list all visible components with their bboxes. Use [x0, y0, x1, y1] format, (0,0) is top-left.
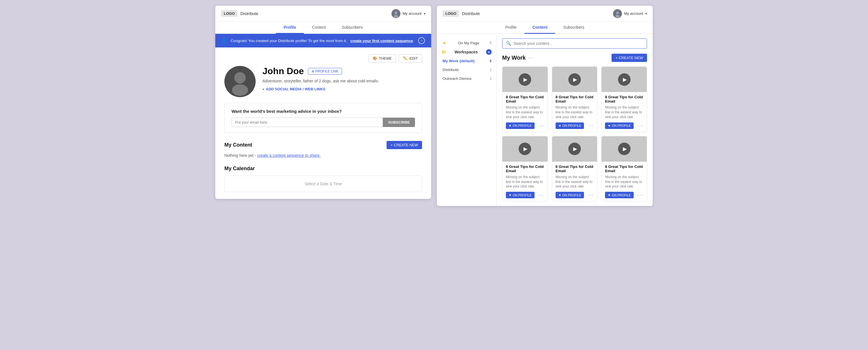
svg-point-1 — [395, 11, 397, 14]
on-profile-btn-6[interactable]: ★ ON PROFILE — [605, 192, 634, 198]
distribute-ws-count: 1 — [490, 68, 492, 72]
card-menu-btn-6[interactable]: ··· — [638, 192, 643, 198]
content-empty-text: Nothing here yet - create a content sequ… — [224, 153, 422, 158]
tab-subscribers-left[interactable]: Subscribers — [334, 22, 371, 34]
content-card-4: ▶ 8 Great Tips for Cold Email Missing on… — [502, 136, 548, 202]
profile-link-button[interactable]: ⊕ PROFILE LINK — [308, 68, 342, 75]
distribute-ws-label: Distribute — [442, 68, 459, 72]
workspaces-add-button[interactable]: + — [486, 49, 492, 55]
my-work-count: 6 — [490, 59, 492, 63]
card-thumbnail-2[interactable]: ▶ — [552, 67, 597, 92]
profile-header-row: John Doe ⊕ PROFILE LINK Adventurer, stor… — [224, 66, 422, 97]
subscribe-button[interactable]: SUBSCRIBE — [383, 118, 415, 127]
card-desc-4: Missing on the subject line is the easie… — [506, 175, 544, 189]
sidebar: ★ On My Page 6 📁 Workspaces + My Work (d… — [437, 34, 496, 206]
banner-link[interactable]: create your first content sequence — [350, 39, 413, 43]
play-button-4[interactable]: ▶ — [519, 143, 531, 155]
profile-actions: 🎨 THEME ✏️ EDIT — [224, 54, 422, 62]
my-work-label: My Work (default) — [442, 59, 475, 63]
star-icon-5: ★ — [558, 193, 561, 197]
card-desc-3: Missing on the subject line is the easie… — [605, 105, 643, 119]
account-menu-right[interactable]: My account — [613, 9, 647, 18]
create-new-content-button[interactable]: + CREATE NEW — [386, 141, 422, 149]
card-footer-2: ★ ON PROFILE ··· — [556, 122, 594, 129]
svg-point-6 — [224, 66, 256, 97]
profile-section: 🎨 THEME ✏️ EDIT John Doe — [215, 48, 431, 199]
banner-arrow[interactable]: → — [418, 37, 425, 44]
my-content-header: My Content + CREATE NEW — [224, 141, 422, 149]
card-body-2: 8 Great Tips for Cold Email Missing on t… — [552, 92, 597, 132]
card-desc-5: Missing on the subject line is the easie… — [556, 175, 594, 189]
card-thumbnail-5[interactable]: ▶ — [552, 136, 597, 162]
card-desc-6: Missing on the subject line is the easie… — [605, 175, 643, 189]
workspaces-folder-icon: 📁 — [441, 50, 446, 54]
card-menu-btn-2[interactable]: ··· — [588, 123, 594, 129]
create-new-work-button[interactable]: + CREATE NEW — [612, 54, 647, 62]
on-profile-btn-4[interactable]: ★ ON PROFILE — [506, 192, 534, 198]
card-title-2: 8 Great Tips for Cold Email — [556, 95, 594, 104]
card-menu-btn-3[interactable]: ··· — [638, 123, 643, 129]
calendar-box[interactable]: Select a Date & Time — [224, 176, 422, 192]
account-chevron-right — [645, 11, 647, 16]
workspaces-header[interactable]: 📁 Workspaces + — [437, 48, 496, 57]
play-button-1[interactable]: ▶ — [519, 73, 531, 86]
distribute-label-right: Distribute — [462, 11, 610, 16]
sidebar-item-outreach[interactable]: Outreach Demos 2 — [437, 74, 496, 83]
on-profile-btn-5[interactable]: ★ ON PROFILE — [556, 192, 584, 198]
distribute-label-left: Distribute — [240, 11, 388, 16]
tab-subscribers-right[interactable]: Subscribers — [555, 22, 592, 34]
card-thumbnail-4[interactable]: ▶ — [502, 136, 548, 162]
search-input[interactable] — [514, 41, 643, 46]
tab-profile-right[interactable]: Profile — [497, 22, 525, 34]
outreach-label: Outreach Demos — [442, 77, 471, 81]
card-menu-btn-5[interactable]: ··· — [588, 192, 594, 198]
on-profile-btn-2[interactable]: ★ ON PROFILE — [556, 122, 584, 129]
tab-content-right[interactable]: Content — [524, 22, 555, 34]
email-input[interactable] — [231, 118, 383, 127]
panel2-body: ★ On My Page 6 📁 Workspaces + My Work (d… — [437, 34, 653, 206]
card-body-5: 8 Great Tips for Cold Email Missing on t… — [552, 162, 597, 201]
sidebar-item-distribute[interactable]: Distribute 1 — [437, 65, 496, 74]
play-button-6[interactable]: ▶ — [618, 143, 630, 155]
add-social-link[interactable]: ADD SOCIAL MEDIA / WEB LINKS — [262, 87, 422, 91]
card-thumbnail-1[interactable]: ▶ — [502, 67, 548, 92]
profile-name: John Doe — [262, 66, 304, 77]
card-footer-3: ★ ON PROFILE ··· — [605, 122, 643, 129]
edit-button[interactable]: ✏️ EDIT — [399, 54, 422, 62]
sidebar-item-my-work[interactable]: My Work (default) 6 — [437, 57, 496, 65]
panel-left: LOGO Distribute My account Profile Conte… — [215, 6, 431, 199]
card-footer-1: ★ ON PROFILE ··· — [506, 122, 544, 129]
account-label-left: My account — [403, 11, 422, 16]
play-button-2[interactable]: ▶ — [568, 73, 581, 86]
play-button-3[interactable]: ▶ — [618, 73, 630, 86]
my-work-header: My Work ··· + CREATE NEW — [502, 54, 647, 62]
theme-button[interactable]: 🎨 THEME — [368, 54, 396, 62]
play-button-5[interactable]: ▶ — [568, 143, 581, 155]
svg-point-8 — [616, 11, 619, 14]
card-menu-btn-1[interactable]: ··· — [538, 123, 544, 129]
tab-content-left[interactable]: Content — [304, 22, 334, 34]
card-title-1: 8 Great Tips for Cold Email — [506, 95, 544, 104]
my-calendar-header: My Calendar — [224, 166, 422, 172]
edit-icon: ✏️ — [403, 56, 408, 60]
my-work-menu-button[interactable]: ··· — [528, 55, 534, 61]
create-sequence-link[interactable]: create a content sequence to share. — [257, 153, 320, 158]
outreach-count: 2 — [490, 77, 492, 81]
my-calendar-title: My Calendar — [224, 166, 255, 172]
account-menu-left[interactable]: My account — [392, 9, 426, 18]
nav-tabs-right: Profile Content Subscribers — [437, 22, 653, 34]
card-thumbnail-3[interactable]: ▶ — [601, 67, 647, 92]
card-thumbnail-6[interactable]: ▶ — [601, 136, 647, 162]
banner-text: Congrats! You created your Distribute pr… — [230, 39, 347, 43]
on-profile-btn-3[interactable]: ★ ON PROFILE — [605, 122, 634, 129]
card-menu-btn-4[interactable]: ··· — [538, 192, 544, 198]
tab-profile-left[interactable]: Profile — [276, 22, 304, 34]
avatar-right — [613, 9, 622, 18]
content-card-3: ▶ 8 Great Tips for Cold Email Missing on… — [601, 66, 647, 132]
on-profile-btn-1[interactable]: ★ ON PROFILE — [506, 122, 534, 129]
star-icon-4: ★ — [509, 193, 512, 197]
profile-photo — [224, 66, 256, 97]
account-chevron-left — [424, 11, 426, 16]
sidebar-on-my-page[interactable]: ★ On My Page 6 — [437, 38, 496, 48]
star-icon-1: ★ — [509, 124, 512, 127]
